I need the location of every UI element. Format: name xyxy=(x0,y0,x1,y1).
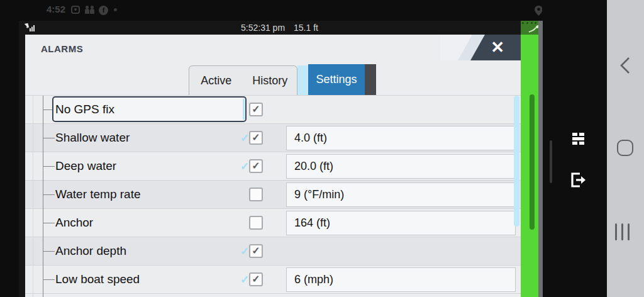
tree-tick xyxy=(43,279,55,280)
checkbox-shallow-water[interactable]: ✓ xyxy=(249,131,263,145)
value-field-shallow-water[interactable]: 4.0 (ft) xyxy=(286,126,516,150)
tree-tick xyxy=(43,194,55,195)
dialog-scrollbar[interactable] xyxy=(514,96,519,227)
pages-grid-button[interactable] xyxy=(572,133,584,145)
check-icon: ✓ xyxy=(252,245,260,256)
value-field-low-boat-speed[interactable]: 6 (mph) xyxy=(286,267,516,292)
focus-check-icon: ✓ xyxy=(240,160,249,173)
check-icon: ✓ xyxy=(252,104,260,115)
alarm-settings-table: No GPS fix ✓ Shallow water ✓ ✓ 4.0 (ft) … xyxy=(25,95,522,297)
alarms-dialog: ALARMS ✕ Active History Settings No GPS … xyxy=(25,35,522,297)
value-field-deep-water[interactable]: 20.0 (ft) xyxy=(286,154,516,179)
tab-settings[interactable]: Settings xyxy=(308,64,365,95)
app-side-strip xyxy=(542,0,607,297)
table-row[interactable]: Anchor depth ✓ ✓ xyxy=(25,237,522,266)
close-icon: ✕ xyxy=(491,38,504,57)
phone-screen: 4:52 f 85 5:52:31 pm 15.1 ft ALARMS xyxy=(0,0,644,297)
sonar-bar-thumb[interactable] xyxy=(530,94,535,230)
facebook-notification-icon: f xyxy=(99,6,108,15)
table-row[interactable]: Water temp rate 9 (°F/min) xyxy=(25,181,522,209)
tree-trunk-line xyxy=(43,96,43,297)
android-nav-bar xyxy=(607,0,644,297)
table-row[interactable]: Shallow water ✓ ✓ 4.0 (ft) xyxy=(25,124,522,152)
checkbox-anchor[interactable] xyxy=(249,216,263,230)
exit-icon xyxy=(571,172,587,188)
nav-recents-button[interactable] xyxy=(615,223,635,240)
app-clock: 5:52:31 pm xyxy=(241,23,285,33)
gps-signal-icon xyxy=(24,23,35,34)
value-field-anchor[interactable]: 164 (ft) xyxy=(286,211,516,235)
alarm-label: Deep water xyxy=(55,159,116,173)
nav-home-button[interactable] xyxy=(617,140,633,156)
dialog-title: ALARMS xyxy=(41,43,83,54)
people-notification-icon xyxy=(85,6,94,14)
tree-tick xyxy=(43,251,55,252)
alarm-label: Anchor xyxy=(55,216,93,230)
value-field-water-temp-rate[interactable]: 9 (°F/min) xyxy=(286,182,516,207)
table-row[interactable]: Low boat speed ✓ ✓ 6 (mph) xyxy=(25,266,522,294)
alarm-label: No GPS fix xyxy=(55,103,114,116)
table-row[interactable]: Anchor 164 (ft) xyxy=(25,209,522,237)
android-status-bar: 4:52 f 85 xyxy=(0,0,607,19)
tab-settings-shadow xyxy=(365,64,376,95)
checkbox-water-temp-rate[interactable] xyxy=(249,188,263,201)
screenshot-notification-icon xyxy=(71,6,80,14)
table-row[interactable]: Deep water ✓ ✓ 20.0 (ft) xyxy=(25,152,522,181)
checkbox-no-gps-fix[interactable]: ✓ xyxy=(249,103,263,116)
alarm-label: Low boat speed xyxy=(55,272,140,286)
tree-tick xyxy=(43,138,55,138)
chartplotter-app-window: 5:52:31 pm 15.1 ft ALARMS ✕ Active Histo… xyxy=(19,21,542,297)
alarm-label: Shallow water xyxy=(55,131,130,145)
focus-check-icon: ✓ xyxy=(240,245,249,258)
status-clock: 4:52 xyxy=(47,4,65,14)
tab-history[interactable]: History xyxy=(243,66,297,95)
depth-readout: 15.1 ft xyxy=(294,23,318,33)
focus-check-icon: ✓ xyxy=(240,273,249,286)
exit-fullscreen-button[interactable] xyxy=(571,172,587,190)
nav-back-button[interactable] xyxy=(618,56,632,77)
alarm-label: Water temp rate xyxy=(55,188,141,201)
tab-focus-strip xyxy=(297,65,308,95)
table-left-border xyxy=(33,96,33,297)
check-icon: ✓ xyxy=(252,132,260,143)
tab-active-alarms[interactable]: Active xyxy=(189,66,243,95)
check-icon: ✓ xyxy=(252,160,260,171)
sonar-bar-edge xyxy=(538,21,543,297)
dialog-header-decoration: ✕ xyxy=(440,35,522,60)
tab-group: Active History xyxy=(189,65,297,95)
check-icon: ✓ xyxy=(252,274,260,284)
notification-dot-icon xyxy=(114,8,117,11)
checkbox-deep-water[interactable]: ✓ xyxy=(249,159,263,173)
table-row[interactable]: No GPS fix ✓ xyxy=(25,96,522,124)
back-chevron-icon xyxy=(618,56,632,75)
side-drag-handle[interactable] xyxy=(550,140,552,183)
checkbox-anchor-depth[interactable]: ✓ xyxy=(249,244,263,258)
tree-tick xyxy=(43,223,55,223)
focus-check-icon: ✓ xyxy=(240,132,249,145)
tree-tick xyxy=(43,166,55,167)
checkbox-low-boat-speed[interactable]: ✓ xyxy=(249,272,263,286)
app-top-bar: 5:52:31 pm 15.1 ft xyxy=(19,21,542,35)
alarm-label: Anchor depth xyxy=(55,244,126,258)
